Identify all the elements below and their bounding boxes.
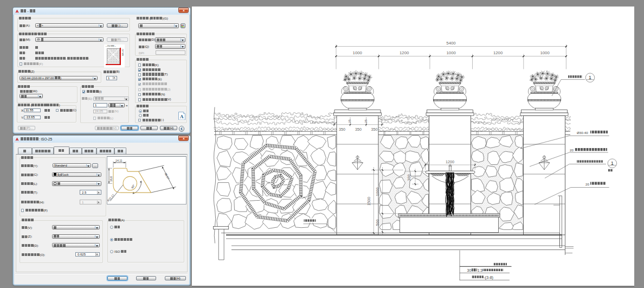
svg-text:350: 350 <box>339 127 345 132</box>
svg-text:16,6: 16,6 <box>110 176 113 182</box>
svg-text:25: 25 <box>348 119 351 123</box>
svg-text:30: 30 <box>467 268 472 272</box>
svg-text:-(3-8): -(3-8) <box>484 275 493 280</box>
svg-text:1200: 1200 <box>493 50 503 55</box>
svg-text:1: 1 <box>611 160 614 166</box>
svg-text:1000: 1000 <box>353 50 363 55</box>
svg-text:25: 25 <box>364 119 368 123</box>
svg-text:300: 300 <box>407 175 411 181</box>
svg-text:350: 350 <box>371 127 378 132</box>
svg-text:1200: 1200 <box>400 50 409 55</box>
svg-text:14,11: 14,11 <box>115 159 123 162</box>
svg-text:5400: 5400 <box>446 41 456 46</box>
svg-text:A: A <box>180 113 184 119</box>
svg-text:350: 350 <box>355 127 362 132</box>
svg-text:500: 500 <box>375 220 380 226</box>
svg-text:1000: 1000 <box>375 188 380 196</box>
svg-text:1000: 1000 <box>540 50 550 55</box>
svg-text:20: 20 <box>585 182 589 186</box>
svg-text:1000: 1000 <box>447 50 456 55</box>
svg-text:1:3: 1:3 <box>478 268 483 272</box>
svg-text:1200: 1200 <box>446 159 454 164</box>
svg-text:1: 1 <box>589 74 591 80</box>
svg-text:38,07: 38,07 <box>164 172 170 180</box>
svg-text:20: 20 <box>570 148 574 152</box>
svg-text:1500: 1500 <box>366 197 371 206</box>
svg-text:Ø30-40: Ø30-40 <box>577 131 588 135</box>
svg-text:R11,17: R11,17 <box>107 193 115 202</box>
